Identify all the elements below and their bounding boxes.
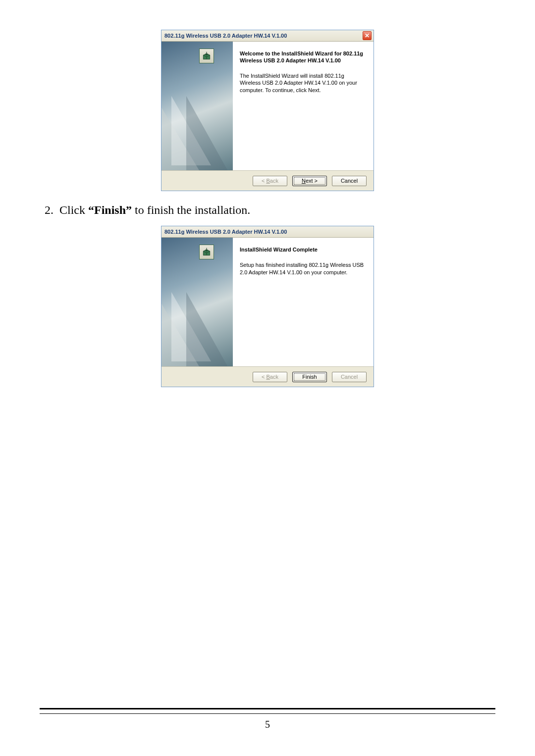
- dialogs-container: 802.11g Wireless USB 2.0 Adapter HW.14 V…: [40, 30, 495, 191]
- back-button-prefix: <: [262, 374, 266, 380]
- next-button-mnemonic: N: [302, 178, 306, 184]
- installer-box-icon: [199, 245, 214, 259]
- document-page: 802.11g Wireless USB 2.0 Adapter HW.14 V…: [0, 0, 535, 756]
- dialog-heading: Welcome to the InstallShield Wizard for …: [240, 50, 366, 64]
- page-footer: 5: [40, 708, 495, 730]
- dialog-body: InstallShield Wizard Complete Setup has …: [161, 238, 374, 367]
- dialog-titlebar: 802.11g Wireless USB 2.0 Adapter HW.14 V…: [161, 30, 374, 42]
- dialog-titlebar: 802.11g Wireless USB 2.0 Adapter HW.14 V…: [161, 226, 374, 238]
- installer-box-icon: [199, 49, 214, 63]
- dialog-description: The InstallShield Wizard will install 80…: [240, 72, 366, 95]
- step-text-bold: “Finish”: [88, 203, 132, 216]
- dialog-content: Welcome to the InstallShield Wizard for …: [233, 42, 374, 170]
- back-button-mnemonic: B: [267, 178, 270, 184]
- next-button-rest: ext >: [306, 178, 318, 184]
- cancel-button[interactable]: Cancel: [332, 176, 367, 186]
- dialog-title: 802.11g Wireless USB 2.0 Adapter HW.14 V…: [164, 33, 287, 39]
- back-button: < Back: [253, 176, 287, 186]
- back-button-prefix: <: [262, 178, 266, 184]
- cancel-button: Cancel: [332, 372, 367, 382]
- dialog-sidebar-image: [161, 238, 233, 366]
- dialogs-container-2: 802.11g Wireless USB 2.0 Adapter HW.14 V…: [40, 226, 495, 387]
- cancel-button-label: Cancel: [341, 374, 358, 380]
- dialog-description: Setup has finished installing 802.11g Wi…: [240, 261, 366, 276]
- step-text-prefix: Click: [59, 203, 88, 216]
- finish-button[interactable]: Finish: [292, 372, 327, 382]
- back-button-rest: ack: [270, 374, 278, 380]
- dialog-footer: < Back Next > Cancel: [161, 171, 374, 191]
- next-button[interactable]: Next >: [292, 176, 327, 186]
- step-text: Click “Finish” to finish the installatio…: [59, 203, 250, 217]
- page-number: 5: [40, 719, 495, 730]
- footer-rule-thick: [40, 708, 495, 709]
- instruction-step-2: 2. Click “Finish” to finish the installa…: [40, 203, 495, 217]
- back-button-mnemonic: B: [267, 374, 270, 380]
- dialog-body: Welcome to the InstallShield Wizard for …: [161, 42, 374, 171]
- install-wizard-welcome-dialog: 802.11g Wireless USB 2.0 Adapter HW.14 V…: [161, 30, 374, 191]
- footer-rule-thin: [40, 713, 495, 714]
- dialog-title: 802.11g Wireless USB 2.0 Adapter HW.14 V…: [164, 229, 287, 235]
- step-text-suffix: to finish the installation.: [132, 203, 250, 216]
- back-button-rest: ack: [270, 178, 278, 184]
- install-wizard-complete-dialog: 802.11g Wireless USB 2.0 Adapter HW.14 V…: [161, 226, 374, 387]
- close-icon: ✕: [365, 32, 370, 39]
- back-button: < Back: [253, 372, 287, 382]
- dialog-content: InstallShield Wizard Complete Setup has …: [233, 238, 374, 366]
- cancel-button-label: Cancel: [341, 178, 358, 184]
- dialog-heading: InstallShield Wizard Complete: [240, 247, 366, 253]
- step-number: 2.: [40, 203, 54, 217]
- dialog-sidebar-image: [161, 42, 233, 170]
- finish-button-label: Finish: [302, 374, 317, 380]
- close-button[interactable]: ✕: [363, 31, 372, 40]
- dialog-footer: < Back Finish Cancel: [161, 367, 374, 387]
